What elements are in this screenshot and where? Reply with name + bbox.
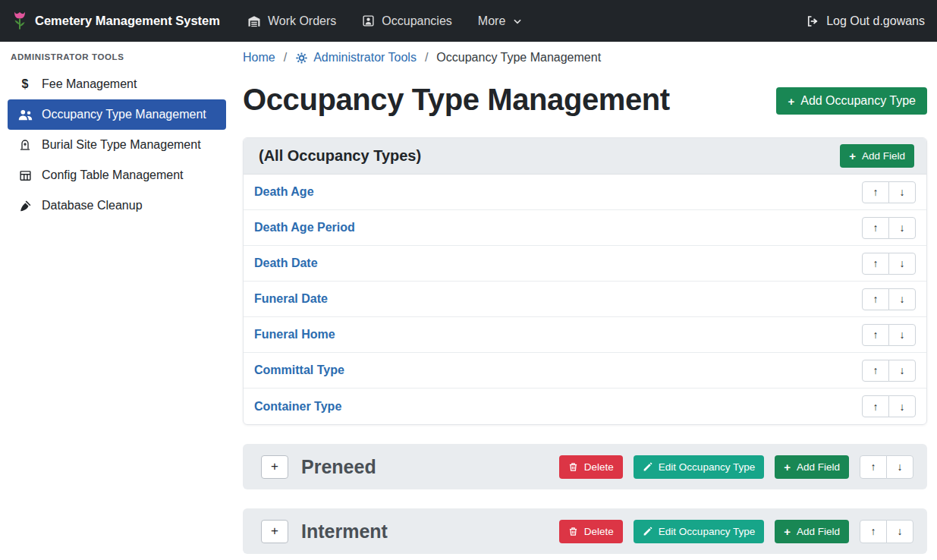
nav-work-orders[interactable]: Work Orders <box>247 14 336 28</box>
move-up-button[interactable]: ↑ <box>862 360 889 382</box>
reorder-button-group: ↑ ↓ <box>862 288 916 310</box>
add-field-label: Add Field <box>797 526 840 537</box>
nav-more-label: More <box>478 14 505 28</box>
users-icon <box>17 109 33 121</box>
field-row: Funeral Date ↑ ↓ <box>244 282 926 317</box>
move-down-button[interactable]: ↓ <box>886 520 913 543</box>
move-up-button[interactable]: ↑ <box>862 324 889 346</box>
breadcrumb-administrator-tools[interactable]: Administrator Tools <box>295 49 417 66</box>
move-down-button[interactable]: ↓ <box>888 181 916 203</box>
field-link-death-date[interactable]: Death Date <box>254 256 318 270</box>
arrow-down-icon: ↓ <box>900 364 905 376</box>
breadcrumb-admin-tools-label: Administrator Tools <box>313 49 417 66</box>
arrow-up-icon: ↑ <box>871 461 876 473</box>
move-up-button[interactable]: ↑ <box>862 288 889 310</box>
plus-icon: + <box>788 96 794 107</box>
delete-label: Delete <box>584 461 614 473</box>
add-field-button[interactable]: + Add Field <box>775 520 849 543</box>
field-link-funeral-date[interactable]: Funeral Date <box>254 292 328 306</box>
sidebar-item-database-cleanup[interactable]: Database Cleanup <box>8 190 226 221</box>
expand-button[interactable]: + <box>261 455 288 479</box>
move-down-button[interactable]: ↓ <box>888 395 916 417</box>
occupancies-icon <box>362 14 375 27</box>
section-title: Preneed <box>301 456 376 478</box>
all-occupancy-types-card: (All Occupancy Types) + Add Field Death … <box>243 137 927 425</box>
add-field-button[interactable]: + Add Field <box>840 144 914 168</box>
pencil-icon <box>643 527 652 536</box>
edit-occupancy-type-label: Edit Occupancy Type <box>659 461 755 473</box>
field-link-death-age-period[interactable]: Death Age Period <box>254 221 355 234</box>
move-down-button[interactable]: ↓ <box>888 253 916 275</box>
field-row: Funeral Home ↑ ↓ <box>244 317 926 353</box>
tombstone-icon <box>17 139 33 151</box>
dollar-icon: $ <box>17 77 33 91</box>
move-down-button[interactable]: ↓ <box>888 324 916 346</box>
field-link-funeral-home[interactable]: Funeral Home <box>254 328 335 341</box>
edit-occupancy-type-button[interactable]: Edit Occupancy Type <box>634 520 764 543</box>
page-title: Occupancy Type Management <box>243 81 670 118</box>
add-occupancy-type-button[interactable]: + Add Occupancy Type <box>776 87 927 115</box>
breadcrumb-home-label: Home <box>243 49 275 66</box>
main-content: Home / Administrator Tools / Occupancy T… <box>234 42 937 560</box>
trash-icon <box>568 462 578 472</box>
sidebar-item-occupancy-type-management[interactable]: Occupancy Type Management <box>8 99 226 130</box>
move-down-button[interactable]: ↓ <box>888 217 916 239</box>
nav-occupancies[interactable]: Occupancies <box>362 14 452 28</box>
move-down-button[interactable]: ↓ <box>888 360 916 382</box>
breadcrumb-home[interactable]: Home <box>243 49 275 66</box>
delete-button[interactable]: Delete <box>559 455 623 479</box>
arrow-up-icon: ↑ <box>873 329 879 341</box>
section-title: Interment <box>301 521 388 543</box>
sidebar-item-label: Burial Site Type Management <box>42 138 201 152</box>
all-occupancy-types-header: (All Occupancy Types) + Add Field <box>244 138 926 175</box>
add-field-button[interactable]: + Add Field <box>775 455 849 479</box>
field-link-committal-type[interactable]: Committal Type <box>254 363 344 377</box>
reorder-button-group: ↑ ↓ <box>862 360 916 382</box>
field-link-death-age[interactable]: Death Age <box>254 185 314 199</box>
sidebar-item-config-table-management[interactable]: Config Table Management <box>8 160 226 190</box>
navbar-links: Work Orders Occupancies More <box>247 14 523 28</box>
move-down-button[interactable]: ↓ <box>888 288 916 310</box>
title-row: Occupancy Type Management + Add Occupanc… <box>243 81 927 118</box>
sidebar-item-label: Fee Management <box>42 77 137 91</box>
nav-more[interactable]: More <box>478 14 523 28</box>
logout-button[interactable]: Log Out d.gowans <box>806 14 925 28</box>
sidebar-item-label: Database Cleanup <box>42 199 143 212</box>
reorder-button-group: ↑ ↓ <box>862 253 916 275</box>
tulip-logo-icon <box>12 11 27 31</box>
top-navbar: Cemetery Management System Work Orders O… <box>0 0 937 42</box>
app-brand[interactable]: Cemetery Management System <box>12 11 220 31</box>
chevron-down-icon <box>512 16 523 27</box>
move-up-button[interactable]: ↑ <box>862 395 889 417</box>
sidebar-item-burial-site-type-management[interactable]: Burial Site Type Management <box>8 130 226 160</box>
breadcrumb: Home / Administrator Tools / Occupancy T… <box>243 49 927 66</box>
arrow-down-icon: ↓ <box>900 186 905 198</box>
delete-button[interactable]: Delete <box>559 520 623 543</box>
occupancy-type-section-preneed: + Preneed Delete Edit Occupancy Type <box>243 444 927 489</box>
field-row: Death Date ↑ ↓ <box>244 246 926 282</box>
logout-icon <box>806 14 819 28</box>
arrow-down-icon: ↓ <box>900 293 905 305</box>
move-up-button[interactable]: ↑ <box>860 455 887 479</box>
move-up-button[interactable]: ↑ <box>862 253 889 275</box>
field-link-container-type[interactable]: Container Type <box>254 400 341 414</box>
sidebar-item-fee-management[interactable]: $ Fee Management <box>8 69 226 99</box>
trash-icon <box>568 527 578 536</box>
app-title: Cemetery Management System <box>35 14 220 28</box>
reorder-button-group: ↑ ↓ <box>862 324 916 346</box>
move-up-button[interactable]: ↑ <box>862 217 889 239</box>
move-down-button[interactable]: ↓ <box>886 455 913 479</box>
breadcrumb-current: Occupancy Type Management <box>436 49 601 66</box>
arrow-up-icon: ↑ <box>873 401 879 413</box>
sidebar-heading: Administrator Tools <box>0 46 234 69</box>
nav-occupancies-label: Occupancies <box>382 14 452 28</box>
arrow-down-icon: ↓ <box>900 257 905 269</box>
add-occupancy-type-label: Add Occupancy Type <box>800 94 916 108</box>
arrow-up-icon: ↑ <box>873 257 879 269</box>
expand-button[interactable]: + <box>261 520 288 543</box>
edit-occupancy-type-button[interactable]: Edit Occupancy Type <box>634 455 764 479</box>
section-actions: Delete Edit Occupancy Type + Add Field ↑… <box>559 455 913 479</box>
move-up-button[interactable]: ↑ <box>862 181 889 203</box>
move-up-button[interactable]: ↑ <box>860 520 887 543</box>
arrow-down-icon: ↓ <box>898 461 903 473</box>
